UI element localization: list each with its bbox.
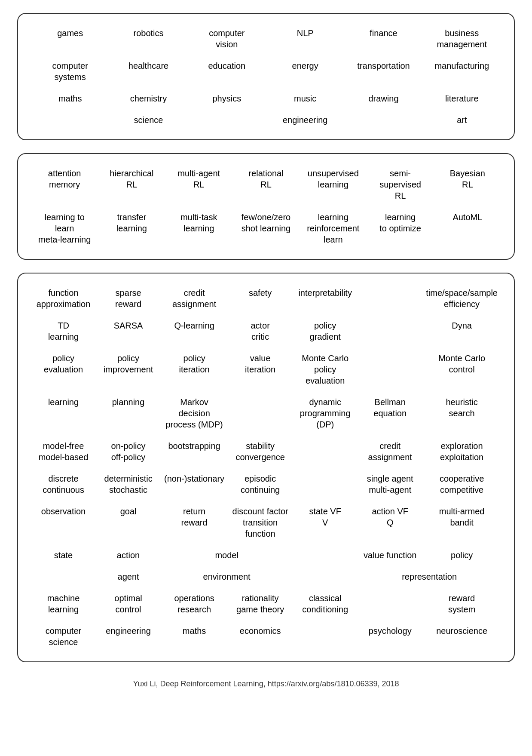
cell-discount-transition: discount factortransition function	[228, 501, 293, 544]
cell-non-stationary: (non-)stationary	[161, 468, 228, 501]
cell-state-vf: state VFV	[293, 501, 358, 544]
cell-agent: agent	[96, 566, 161, 587]
cell-actor-critic: actorcritic	[228, 315, 293, 347]
cell-rationality-game-theory: rationalitygame theory	[228, 587, 293, 620]
cell-engineering: engineering	[266, 109, 344, 131]
cell-education: education	[188, 55, 266, 88]
cell-policy-iteration: policyiteration	[161, 347, 228, 391]
cell-empty-r11c5	[293, 620, 358, 653]
cell-empty-r10c6	[358, 587, 422, 620]
cell-finance: finance	[344, 22, 422, 55]
cell-planning: planning	[96, 391, 161, 435]
cell-attention-memory: attentionmemory	[31, 163, 98, 206]
cell-credit-assignment1: creditassignment	[161, 282, 228, 315]
cell-transfer-learning: transferlearning	[98, 206, 165, 250]
cell-value-iteration: valueiteration	[228, 347, 293, 391]
cell-state: state	[31, 544, 96, 566]
cell-empty-r3c6	[358, 347, 422, 391]
cell-healthcare: healthcare	[109, 55, 187, 88]
cell-q-learning: Q-learning	[161, 315, 228, 347]
cell-empty-r5c5	[293, 435, 358, 468]
cell-function-approximation: functionapproximation	[31, 282, 96, 315]
cell-policy-gradient: policygradient	[293, 315, 358, 347]
cell-empty-r2c6	[358, 315, 422, 347]
cell-action: action	[96, 544, 161, 566]
cell-monte-carlo-control: Monte Carlocontrol	[422, 347, 501, 391]
cell-return-reward: returnreward	[161, 501, 228, 544]
cell-dp: dynamicprogramming (DP)	[293, 391, 358, 435]
footer-citation: Yuxi Li, Deep Reinforcement Learning, ht…	[133, 679, 399, 688]
cell-few-shot-learning: few/one/zeroshot learning	[232, 206, 300, 250]
cell-interpretability: interpretability	[293, 282, 358, 315]
cell-science: science	[109, 109, 187, 131]
cell-goal: goal	[96, 501, 161, 544]
cell-maths2: maths	[161, 620, 228, 653]
cell-sarsa: SARSA	[96, 315, 161, 347]
applications-grid: games robotics computervision NLP financ…	[31, 22, 501, 131]
cell-policy-improvement: policyimprovement	[96, 347, 161, 391]
cell-deterministic-stochastic: deterministicstochastic	[96, 468, 161, 501]
cell-business-management: businessmanagement	[423, 22, 501, 55]
cell-psychology: psychology	[358, 620, 422, 653]
cell-stability-convergence: stabilityconvergence	[228, 435, 293, 468]
applications-box: games robotics computervision NLP financ…	[17, 13, 515, 140]
cell-manufacturing: manufacturing	[423, 55, 501, 88]
cell-operations-research: operationsresearch	[161, 587, 228, 620]
cell-representation: representation	[358, 566, 501, 587]
rl-concepts-grid: functionapproximation sparsereward credi…	[31, 282, 501, 653]
cell-economics: economics	[228, 620, 293, 653]
ml-methods-grid: attentionmemory hierarchicalRL multi-age…	[31, 163, 501, 250]
cell-semi-supervised-rl: semi-supervisedRL	[367, 163, 434, 206]
cell-on-off-policy: on-policyoff-policy	[96, 435, 161, 468]
cell-music: music	[266, 88, 344, 109]
rl-concepts-box: functionapproximation sparsereward credi…	[17, 273, 515, 662]
cell-machine-learning: machinelearning	[31, 587, 96, 620]
cell-dyna: Dyna	[422, 315, 501, 347]
cell-time-space-efficiency: time/space/sampleefficiency	[422, 282, 501, 315]
cell-policy-evaluation: policyevaluation	[31, 347, 96, 391]
cell-bootstrapping: bootstrapping	[161, 435, 228, 468]
cell-maths: maths	[31, 88, 109, 109]
cell-bellman-equation: Bellmanequation	[358, 391, 422, 435]
cell-engineering2: engineering	[96, 620, 161, 653]
cell-single-multi-agent: single agentmulti-agent	[358, 468, 422, 501]
cell-reward-system: rewardsystem	[422, 587, 501, 620]
cell-multi-armed-bandit: multi-armedbandit	[422, 501, 501, 544]
cell-td-learning: TDlearning	[31, 315, 96, 347]
cell-relational-rl: relationalRL	[232, 163, 300, 206]
cell-empty-r6c5	[293, 468, 358, 501]
cell-empty-r9c5	[293, 566, 358, 587]
cell-automl: AutoML	[434, 206, 501, 250]
cell-classical-conditioning: classicalconditioning	[293, 587, 358, 620]
cell-credit-assignment2: creditassignment	[358, 435, 422, 468]
cell-empty-r9c1	[31, 566, 96, 587]
cell-mdp: Markov decisionprocess (MDP)	[161, 391, 228, 435]
cell-empty-r4c4	[228, 391, 293, 435]
cell-cooperative-competitive: cooperativecompetitive	[422, 468, 501, 501]
cell-monte-carlo-policy-eval: Monte Carlopolicy evaluation	[293, 347, 358, 391]
cell-computer-science: computerscience	[31, 620, 96, 653]
cell-art: art	[423, 109, 501, 131]
cell-hierarchical-rl: hierarchicalRL	[98, 163, 165, 206]
cell-policy: policy	[422, 544, 501, 566]
cell-drawing: drawing	[344, 88, 422, 109]
cell-bayesian-rl: BayesianRL	[434, 163, 501, 206]
cell-computer-vision: computervision	[188, 22, 266, 55]
cell-discrete-continuous: discretecontinuous	[31, 468, 96, 501]
cell-empty-r1c6	[358, 282, 422, 315]
ml-methods-box: attentionmemory hierarchicalRL multi-age…	[17, 153, 515, 260]
cell-environment: environment	[161, 566, 293, 587]
cell-transportation: transportation	[344, 55, 422, 88]
cell-multi-task-learning: multi-tasklearning	[165, 206, 232, 250]
cell-heuristic-search: heuristicsearch	[422, 391, 501, 435]
cell-model: model	[161, 544, 293, 566]
cell-observation: observation	[31, 501, 96, 544]
cell-games: games	[31, 22, 109, 55]
cell-sparse-reward: sparsereward	[96, 282, 161, 315]
cell-learning: learning	[31, 391, 96, 435]
cell-exploration-exploitation: explorationexploitation	[422, 435, 501, 468]
cell-episodic-continuing: episodiccontinuing	[228, 468, 293, 501]
cell-literature: literature	[423, 88, 501, 109]
cell-empty3	[344, 109, 422, 131]
cell-learning-reinforcement: learningreinforcementlearn	[300, 206, 367, 250]
